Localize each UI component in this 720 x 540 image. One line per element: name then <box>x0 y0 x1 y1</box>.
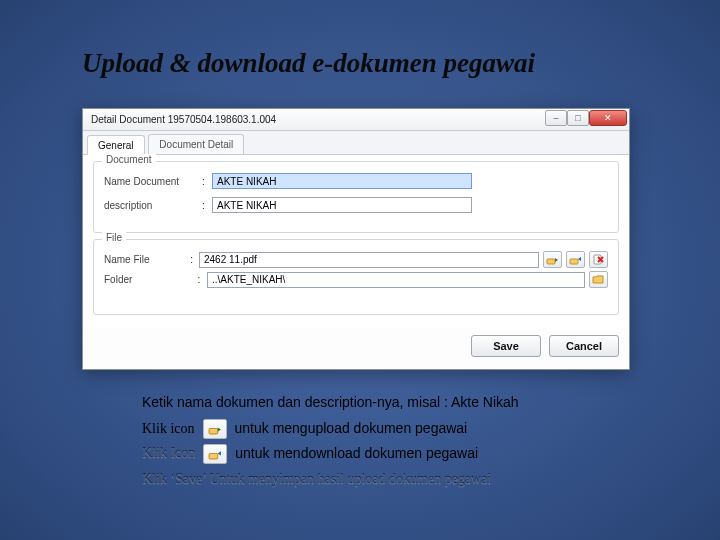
svg-rect-0 <box>547 259 555 264</box>
colon: : <box>202 176 212 187</box>
folder-browse-button[interactable] <box>589 271 608 288</box>
colon: : <box>197 274 207 285</box>
slide-title: Upload & download e-dokumen pegawai <box>82 48 535 79</box>
label-folder: Folder <box>104 274 197 285</box>
colon: : <box>202 200 212 211</box>
note-3-suffix: untuk mendownload dokumen pegawai <box>235 443 478 465</box>
note-line-1: Ketik nama dokumen dan description-nya, … <box>142 392 519 414</box>
group-document-title: Document <box>102 154 156 165</box>
row-description: description : <box>104 197 608 213</box>
instruction-notes: Ketik nama dokumen dan description-nya, … <box>142 392 519 491</box>
name-file-input[interactable] <box>199 252 539 268</box>
svg-rect-1 <box>570 259 578 264</box>
svg-rect-3 <box>209 428 218 433</box>
note-4-text: Klik ‘Save’ Untuk menyimpan hasil upload… <box>142 469 491 491</box>
tab-document-detail[interactable]: Document Detail <box>148 134 244 154</box>
row-name-file: Name File : <box>104 251 608 268</box>
folder-icon <box>592 273 605 286</box>
detail-document-dialog: Detail Document 19570504.198603.1.004 – … <box>82 108 630 370</box>
dialog-body: Document Name Document : description : F… <box>83 155 629 329</box>
close-button[interactable]: ✕ <box>589 110 627 126</box>
description-input[interactable] <box>212 197 472 213</box>
note-3-prefix: Klik Icon <box>142 443 195 465</box>
dialog-buttons: Save Cancel <box>83 329 629 357</box>
window-controls: – □ ✕ <box>545 110 627 126</box>
row-folder: Folder : <box>104 271 608 288</box>
minimize-icon: – <box>553 113 558 123</box>
save-button[interactable]: Save <box>471 335 541 357</box>
download-icon <box>208 447 222 461</box>
name-document-input[interactable] <box>212 173 472 189</box>
row-name-document: Name Document : <box>104 173 608 189</box>
dialog-title: Detail Document 19570504.198603.1.004 <box>91 114 276 125</box>
svg-rect-4 <box>209 454 218 459</box>
titlebar: Detail Document 19570504.198603.1.004 – … <box>83 109 629 131</box>
group-file-title: File <box>102 232 126 243</box>
maximize-button[interactable]: □ <box>567 110 589 126</box>
label-name-document: Name Document <box>104 176 202 187</box>
upload-button[interactable] <box>543 251 562 268</box>
download-button[interactable] <box>566 251 585 268</box>
cancel-button[interactable]: Cancel <box>549 335 619 357</box>
tab-general[interactable]: General <box>87 135 145 155</box>
minimize-button[interactable]: – <box>545 110 567 126</box>
upload-icon <box>546 253 559 266</box>
file-clear-button[interactable] <box>589 251 608 268</box>
upload-icon <box>208 422 222 436</box>
maximize-icon: □ <box>575 113 580 123</box>
note-line-3: Klik Icon untuk mendownload dokumen pega… <box>142 443 519 465</box>
colon: : <box>190 254 199 265</box>
inline-upload-icon-box <box>203 419 227 439</box>
tab-strip: General Document Detail <box>83 131 629 155</box>
folder-input[interactable] <box>207 272 585 288</box>
note-line-4: Klik ‘Save’ Untuk menyimpan hasil upload… <box>142 469 519 491</box>
note-line-2: Klik icon untuk mengupload dokumen pegaw… <box>142 418 519 440</box>
note-2-suffix: untuk mengupload dokumen pegawai <box>235 418 468 440</box>
group-file: File Name File : <box>93 239 619 315</box>
group-document: Document Name Document : description : <box>93 161 619 233</box>
close-icon: ✕ <box>604 113 612 123</box>
label-description: description <box>104 200 202 211</box>
note-2-prefix: Klik icon <box>142 418 195 440</box>
inline-download-icon-box <box>203 444 227 464</box>
delete-icon <box>592 253 605 266</box>
label-name-file: Name File <box>104 254 190 265</box>
download-icon <box>569 253 582 266</box>
